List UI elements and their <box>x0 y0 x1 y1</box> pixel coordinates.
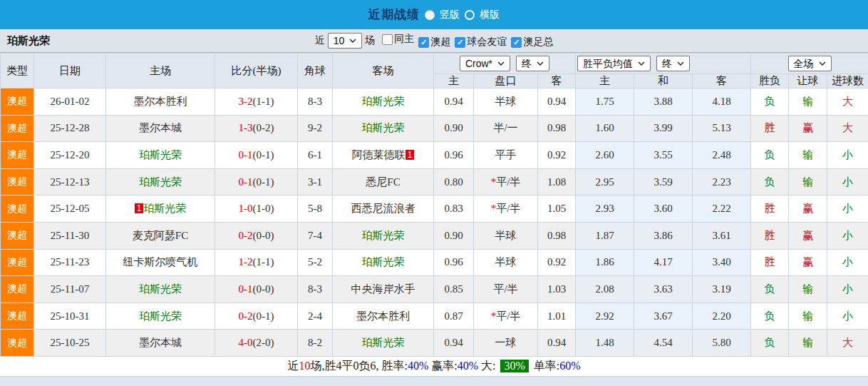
away-team-cell: 珀斯光荣 <box>333 222 434 249</box>
team-label: 珀斯光荣 <box>362 256 405 268</box>
subheader-mean-away: 客 <box>693 74 751 88</box>
chevron-down-icon <box>497 61 505 66</box>
mean-time-select[interactable]: 终 <box>656 56 690 71</box>
mean-away-cell: 2.20 <box>693 303 751 330</box>
horizontal-layout-label[interactable]: 横版 <box>480 9 500 21</box>
handicap-cell: 一球 <box>474 330 538 357</box>
recent-label: 近 <box>315 34 325 47</box>
odds-home-cell: 0.83 <box>434 195 474 223</box>
chevron-down-icon <box>537 61 544 66</box>
fulltime-score: 1-3 <box>239 122 253 133</box>
corner-cell: 2-4 <box>298 303 333 330</box>
chevron-down-icon <box>638 61 645 66</box>
mean-home-cell: 2.95 <box>576 168 634 195</box>
summary-segment: 场,胜4平0负6, 胜率: <box>310 359 407 374</box>
league-type-cell: 澳超 <box>1 276 34 303</box>
subheader-odds-home: 主 <box>434 74 474 88</box>
halftime-score: (0-0) <box>253 283 274 295</box>
summary-segment: 赢率: <box>428 359 457 374</box>
mean-draw-cell: 3.55 <box>634 142 693 169</box>
subheader-handicap-result: 让球 <box>789 74 827 88</box>
recent-count-select[interactable]: 10 <box>328 33 363 49</box>
mean-away-cell: 2.48 <box>693 142 751 169</box>
checked-checkbox[interactable]: ✓ <box>511 37 522 48</box>
handicap-cell: 半球 <box>474 222 538 249</box>
match-date-cell: 25-10-31 <box>34 303 106 330</box>
col-header-home: 主场 <box>106 54 215 88</box>
table-row: 澳超25-10-25墨尔本城4-0(2-0)8-2珀斯光荣0.94一球0.941… <box>1 330 868 357</box>
horizontal-layout-radio[interactable] <box>465 10 475 20</box>
handicap-cell: *平/半 <box>474 195 538 223</box>
filter-item: ✓球会友谊 <box>450 36 507 49</box>
odds-away-cell: 0.98 <box>538 222 576 249</box>
subheader-odds-away: 客 <box>538 74 576 88</box>
handicap-result-cell: 输 <box>789 330 827 357</box>
odds-dropdown-group: Crow* 终 <box>434 54 576 74</box>
table-row: 澳超26-01-02墨尔本胜利3-2(1-1)8-3珀斯光荣0.94半球0.94… <box>1 88 868 116</box>
goals-cell: 小 <box>827 195 868 223</box>
handicap-result-cell: 输 <box>789 142 827 169</box>
handicap-label: 平/半 <box>496 310 520 322</box>
handicap-result-cell: 输 <box>789 276 827 303</box>
team-label: 珀斯光荣 <box>139 149 182 161</box>
odds-time-select[interactable]: 终 <box>516 56 549 71</box>
team-label: 珀斯光荣 <box>139 283 182 295</box>
checked-checkbox[interactable]: ✓ <box>418 37 429 48</box>
away-team-cell: 珀斯光荣 <box>333 330 434 357</box>
handicap-label: 半球 <box>495 96 517 107</box>
halftime-score: (0-1) <box>253 310 274 322</box>
mean-home-cell: 2.60 <box>576 142 634 169</box>
mean-source-select[interactable]: 胜平负均值 <box>577 56 651 71</box>
team-label: 阿德莱德联 <box>352 149 405 161</box>
red-card-badge: 1 <box>135 203 144 213</box>
league-type-cell: 澳超 <box>1 142 34 169</box>
team-label: 珀斯光荣 <box>362 337 405 348</box>
team-label: 纽卡斯尔喷气机 <box>123 256 198 268</box>
home-team-cell: 墨尔本城 <box>106 115 215 142</box>
mean-away-cell: 3.40 <box>693 249 751 276</box>
mean-draw-cell: 3.99 <box>634 115 693 142</box>
col-header-corner: 角球 <box>298 54 333 88</box>
table-row: 澳超25-12-28墨尔本城1-3(0-2)9-2珀斯光荣0.90半/一0.98… <box>1 115 868 142</box>
halftime-score: (0-2) <box>253 122 274 133</box>
scope-select[interactable]: 全场 <box>788 56 832 71</box>
fulltime-score: 1-0 <box>239 203 253 214</box>
halftime-score: (1-0) <box>253 203 274 214</box>
match-date-cell: 25-12-05 <box>34 195 106 223</box>
bottom-strip <box>0 376 868 386</box>
scope-dropdown-group: 全场 <box>751 54 868 74</box>
odds-away-cell: 1.08 <box>538 168 576 195</box>
team-label: 墨尔本城 <box>139 337 182 348</box>
mean-home-cell: 1.86 <box>576 249 634 276</box>
league-type-cell: 澳超 <box>1 168 34 195</box>
odds-home-cell: 0.90 <box>434 115 474 142</box>
filter-item: ✓澳超 <box>414 36 450 49</box>
away-team-cell: 珀斯光荣 <box>333 115 434 142</box>
corner-cell: 8-2 <box>298 330 333 357</box>
highlighted-stat: 30% <box>500 360 528 372</box>
vertical-layout-radio[interactable] <box>425 10 435 20</box>
score-cell: 1-0(1-0) <box>215 195 298 223</box>
checked-checkbox[interactable]: ✓ <box>455 37 465 48</box>
handicap-cell: 半/一 <box>474 115 538 142</box>
fulltime-score: 0-1 <box>239 149 253 161</box>
handicap-cell: 半球 <box>474 249 538 276</box>
fulltime-score: 0-1 <box>239 176 253 188</box>
odds-away-cell: 0.98 <box>538 115 576 142</box>
odds-source-select[interactable]: Crow* <box>460 56 510 71</box>
goals-cell: 小 <box>827 222 868 249</box>
score-cell: 0-1(0-0) <box>215 276 298 303</box>
home-team-cell: 纽卡斯尔喷气机 <box>106 249 215 276</box>
handicap-label: 半/一 <box>493 122 517 133</box>
mean-away-cell: 2.23 <box>693 168 751 195</box>
subheader-mean-draw: 和 <box>634 74 693 88</box>
team-label: 悉尼FC <box>366 176 400 188</box>
team-label: 西悉尼流浪者 <box>351 203 415 214</box>
unchecked-checkbox[interactable] <box>382 34 393 45</box>
league-type-cell: 澳超 <box>1 222 34 249</box>
result-cell: 负 <box>751 276 789 303</box>
odds-home-cell: 0.94 <box>434 330 474 357</box>
vertical-layout-label[interactable]: 竖版 <box>440 9 460 21</box>
away-team-cell: 阿德莱德联1 <box>333 142 434 169</box>
score-cell: 0-2(0-1) <box>215 303 298 330</box>
